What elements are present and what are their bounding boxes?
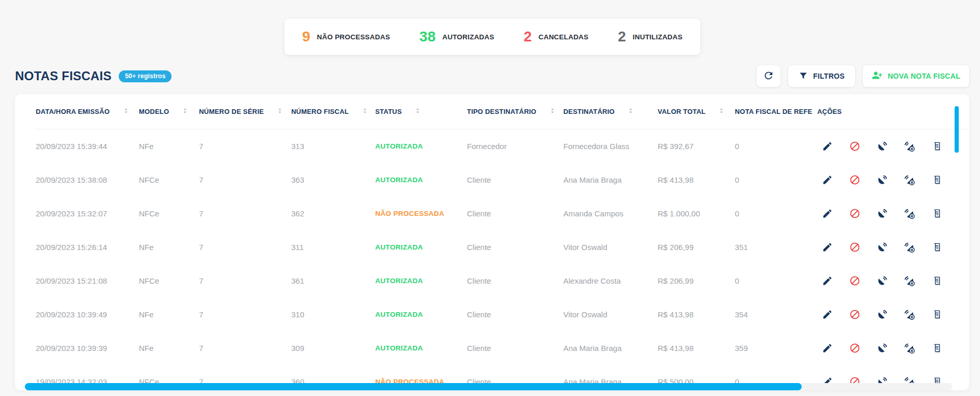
cancel-transmission-action-button[interactable] [903,241,916,254]
cell-recipient-type: Cliente [467,163,563,197]
cancel-action-button[interactable] [848,275,861,287]
satellite-dish-x-icon [904,309,915,320]
transmit-action-button[interactable] [876,174,888,186]
column-header-label: DATA/HORA EMISSÃO [36,108,110,115]
pencil-icon [822,242,833,253]
invoices-table-card: DATA/HORA EMISSÃO MODELO NÚMERO DE SÉRIE… [15,94,969,390]
sort-arrows-icon [627,107,634,116]
column-header-model[interactable]: MODELO [139,94,199,129]
cancel-transmission-action-button[interactable] [903,208,916,220]
cell-fiscal-number: 313 [291,129,375,164]
transmit-action-button[interactable] [876,208,888,220]
cancel-action-button[interactable] [848,241,861,254]
block-icon [849,141,860,152]
pencil-icon [822,174,833,185]
cancel-action-button[interactable] [848,309,861,321]
transmit-action-button[interactable] [876,342,888,355]
stat-inutilizadas: 2 INUTILIZADAS [618,30,683,44]
edit-action-button[interactable] [821,140,833,153]
edit-action-button[interactable] [821,275,833,287]
transmit-action-button[interactable] [876,140,888,153]
filters-button-label: FILTROS [813,72,845,80]
danfe-action-button[interactable] [931,174,943,186]
new-invoice-button[interactable]: NOVA NOTA FISCAL [863,65,969,87]
cell-fiscal-number: 362 [291,197,375,230]
pencil-icon [822,343,833,354]
new-invoice-button-label: NOVA NOTA FISCAL [888,72,960,80]
cell-actions [817,197,969,230]
cell-fiscal-number: 311 [291,230,375,264]
edit-action-button[interactable] [821,342,833,355]
cell-reference-invoice: 0 [735,197,817,230]
column-header-label: NOTA FISCAL DE REFE [735,108,812,115]
stat-label: NÃO PROCESSADAS [317,33,390,41]
table-row: 20/09/2023 15:39:44 NFe 7 313 AUTORIZADA… [36,129,969,164]
column-header-recipient[interactable]: DESTINATÁRIO [563,94,658,129]
danfe-action-button[interactable] [931,140,943,153]
danfe-action-button[interactable] [931,342,943,355]
satellite-dish-icon [876,208,888,219]
danfe-action-button[interactable] [931,208,943,220]
cancel-action-button[interactable] [848,208,861,220]
transmit-action-button[interactable] [876,275,888,287]
cell-reference-invoice: 354 [735,298,817,331]
danfe-action-button[interactable] [931,241,943,254]
cell-emission-datetime: 20/09/2023 15:21:08 [36,264,139,298]
cell-recipient-type: Cliente [467,264,563,298]
cell-recipient: Fornecedora Glass [563,129,658,164]
stat-value: 2 [523,30,532,44]
cell-recipient: Ana Maria Braga [563,331,658,365]
cancel-action-button[interactable] [848,342,861,355]
filters-button[interactable]: FILTROS [788,65,855,87]
transmit-action-button[interactable] [876,241,888,254]
satellite-dish-x-icon [904,275,915,287]
cell-actions [817,230,969,264]
receipt-icon [932,209,942,219]
edit-action-button[interactable] [821,208,833,220]
cancel-action-button[interactable] [848,140,861,153]
column-header-series[interactable]: NÚMERO DE SÉRIE [199,94,291,129]
receipt-icon [932,276,942,286]
satellite-dish-x-icon [904,343,915,354]
stat-canceladas: 2 CANCELADAS [523,30,588,44]
column-header-recipient_type[interactable]: TIPO DESTINATÁRIO [467,94,563,129]
danfe-action-button[interactable] [931,309,943,321]
cancel-transmission-action-button[interactable] [903,275,916,287]
cancel-transmission-action-button[interactable] [903,174,916,186]
table-row: 20/09/2023 15:26:14 NFe 7 311 AUTORIZADA… [36,230,969,264]
cell-actions [817,129,969,164]
stat-label: AUTORIZADAS [443,33,494,41]
cancel-action-button[interactable] [848,174,861,186]
cell-actions [817,298,969,331]
table-row: 20/09/2023 15:21:08 NFCe 7 361 AUTORIZAD… [36,264,969,298]
edit-action-button[interactable] [821,174,833,186]
horizontal-scrollbar-track [25,383,953,390]
receipt-icon [932,343,942,354]
column-header-label: VALOR TOTAL [658,108,705,115]
sort-arrows-icon [276,107,283,116]
vertical-scrollbar[interactable] [955,106,959,153]
column-header-total[interactable]: VALOR TOTAL [658,94,735,129]
cell-actions [817,331,969,365]
cell-series-number: 7 [199,264,291,298]
column-header-label: STATUS [375,108,402,115]
danfe-action-button[interactable] [931,275,943,287]
satellite-dish-x-icon [904,174,915,186]
cancel-transmission-action-button[interactable] [903,309,916,321]
cancel-transmission-action-button[interactable] [903,342,916,355]
horizontal-scrollbar[interactable] [25,383,802,390]
column-header-status[interactable]: STATUS [375,94,467,129]
cell-recipient-type: Cliente [467,197,563,230]
column-header-number[interactable]: NÚMERO FISCAL [291,94,375,129]
column-header-emission[interactable]: DATA/HORA EMISSÃO [36,94,139,129]
table-body: 20/09/2023 15:39:44 NFe 7 313 AUTORIZADA… [36,129,969,391]
edit-action-button[interactable] [821,241,833,254]
block-icon [849,309,860,320]
refresh-button[interactable] [757,65,780,87]
cancel-transmission-action-button[interactable] [903,140,916,153]
cell-reference-invoice: 359 [735,331,817,365]
column-header-label: AÇÕES [817,108,842,115]
cell-actions [817,163,969,197]
transmit-action-button[interactable] [876,309,888,321]
edit-action-button[interactable] [821,309,833,321]
